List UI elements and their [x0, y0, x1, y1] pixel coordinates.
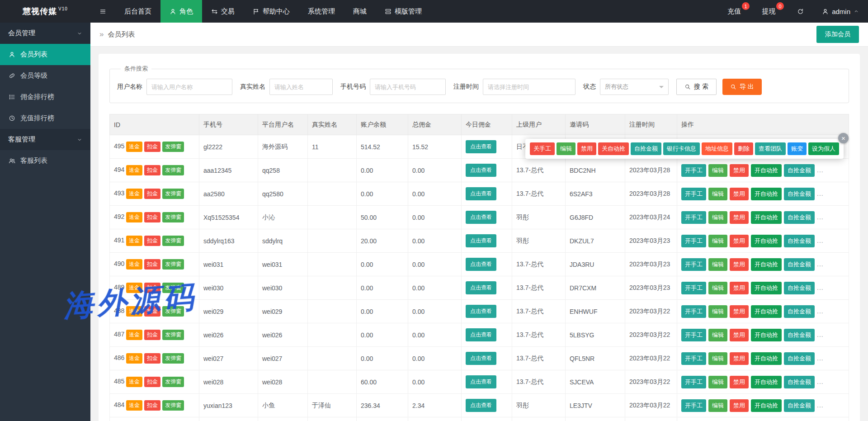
- disable-button[interactable]: 禁用: [730, 258, 749, 271]
- grab-amount-button[interactable]: 自抢金额: [784, 352, 815, 365]
- manual-on-button[interactable]: 开手工: [681, 258, 706, 271]
- send-popup-button[interactable]: 发弹窗: [162, 283, 184, 293]
- view-commission-button[interactable]: 点击查看: [466, 140, 496, 153]
- manual-on-button[interactable]: 开手工: [681, 399, 706, 412]
- deduct-gold-button[interactable]: 扣金: [144, 353, 160, 364]
- send-gold-button[interactable]: 送金: [126, 189, 142, 199]
- manual-on-button[interactable]: 开手工: [681, 352, 706, 365]
- recharge-button[interactable]: 充值 1: [719, 0, 754, 23]
- send-gold-button[interactable]: 送金: [126, 283, 142, 293]
- manual-on-button[interactable]: 开手工: [681, 305, 706, 318]
- deduct-gold-button[interactable]: 扣金: [144, 330, 160, 340]
- send-popup-button[interactable]: 发弹窗: [162, 353, 184, 364]
- more-actions-button[interactable]: ...: [817, 355, 824, 362]
- close-icon[interactable]: ×: [838, 133, 849, 143]
- edit-button[interactable]: 编辑: [708, 329, 727, 341]
- grab-amount-button[interactable]: 自抢金额: [784, 164, 815, 177]
- withdraw-button[interactable]: 提现 0: [754, 0, 788, 23]
- more-actions-button[interactable]: ...: [817, 190, 824, 197]
- edit-button[interactable]: 编辑: [708, 305, 727, 318]
- edit-button[interactable]: 编辑: [708, 164, 727, 177]
- auto-grab-on-button[interactable]: 开自动抢: [751, 211, 782, 224]
- send-gold-button[interactable]: 送金: [126, 377, 142, 387]
- auto-grab-on-button[interactable]: 开自动抢: [751, 352, 782, 365]
- disable-button[interactable]: 禁用: [730, 329, 749, 341]
- grab-amount-button[interactable]: 自抢金额: [631, 142, 661, 155]
- auto-grab-on-button[interactable]: 开自动抢: [751, 305, 782, 318]
- disable-button[interactable]: 禁用: [730, 305, 749, 318]
- set-fake-user-button[interactable]: 设为假人: [808, 142, 839, 155]
- send-gold-button[interactable]: 送金: [126, 400, 142, 411]
- more-actions-button[interactable]: ...: [817, 307, 824, 315]
- view-commission-button[interactable]: 点击查看: [466, 211, 496, 224]
- manual-on-button[interactable]: 开手工: [681, 211, 706, 224]
- disable-button[interactable]: 禁用: [730, 282, 749, 294]
- disable-button[interactable]: 禁用: [577, 142, 596, 155]
- nav-item-mall[interactable]: 商城: [344, 0, 376, 23]
- view-commission-button[interactable]: 点击查看: [466, 187, 496, 200]
- edit-button[interactable]: 编辑: [708, 399, 727, 412]
- auto-grab-on-button[interactable]: 开自动抢: [751, 376, 782, 388]
- auto-grab-on-button[interactable]: 开自动抢: [751, 282, 782, 294]
- search-button[interactable]: 搜 索: [676, 79, 717, 95]
- send-gold-button[interactable]: 送金: [126, 236, 142, 246]
- view-commission-button[interactable]: 点击查看: [466, 399, 496, 412]
- deduct-gold-button[interactable]: 扣金: [144, 142, 160, 152]
- disable-button[interactable]: 禁用: [730, 188, 749, 200]
- deduct-gold-button[interactable]: 扣金: [144, 259, 160, 270]
- more-actions-button[interactable]: ...: [817, 378, 824, 385]
- deduct-gold-button[interactable]: 扣金: [144, 306, 160, 317]
- nav-item-help-center[interactable]: 帮助中心: [244, 0, 299, 23]
- view-commission-button[interactable]: 点击查看: [466, 375, 496, 388]
- sidebar-toggle-button[interactable]: [90, 0, 115, 23]
- phone-input[interactable]: [370, 79, 446, 95]
- grab-amount-button[interactable]: 自抢金额: [784, 282, 815, 294]
- edit-button[interactable]: 编辑: [557, 142, 576, 155]
- grab-amount-button[interactable]: 自抢金额: [784, 258, 815, 271]
- more-actions-button[interactable]: ...: [817, 402, 824, 409]
- manual-on-button[interactable]: 开手工: [681, 329, 706, 341]
- sidebar-group-member-mgmt[interactable]: 会员管理: [0, 23, 90, 44]
- edit-button[interactable]: 编辑: [708, 188, 727, 200]
- deduct-gold-button[interactable]: 扣金: [144, 400, 160, 411]
- username-input[interactable]: [146, 79, 232, 95]
- send-popup-button[interactable]: 发弹窗: [162, 330, 184, 340]
- grab-amount-button[interactable]: 自抢金额: [784, 329, 815, 341]
- manual-on-button[interactable]: 开手工: [681, 376, 706, 388]
- send-gold-button[interactable]: 送金: [126, 330, 142, 340]
- nav-item-template[interactable]: 模版管理: [376, 0, 431, 23]
- auto-grab-on-button[interactable]: 开自动抢: [751, 188, 782, 200]
- status-select[interactable]: 所有状态: [600, 79, 669, 95]
- disable-button[interactable]: 禁用: [730, 352, 749, 365]
- more-actions-button[interactable]: ...: [817, 166, 824, 174]
- deduct-gold-button[interactable]: 扣金: [144, 212, 160, 222]
- sidebar-item-member-level[interactable]: 会员等级: [0, 65, 90, 86]
- auto-grab-on-button[interactable]: 开自动抢: [751, 235, 782, 247]
- manual-on-button[interactable]: 开手工: [681, 282, 706, 294]
- send-popup-button[interactable]: 发弹窗: [162, 306, 184, 317]
- sidebar-item-member-list[interactable]: 会员列表: [0, 44, 90, 65]
- export-button[interactable]: 导 出: [722, 79, 762, 95]
- view-commission-button[interactable]: 点击查看: [466, 281, 496, 294]
- more-actions-button[interactable]: ...: [817, 237, 824, 244]
- edit-button[interactable]: 编辑: [708, 235, 727, 247]
- realname-input[interactable]: [269, 79, 333, 95]
- add-member-button[interactable]: 添加会员: [816, 26, 859, 43]
- manual-off-button[interactable]: 关手工: [530, 142, 555, 155]
- edit-button[interactable]: 编辑: [708, 211, 727, 224]
- delete-button[interactable]: 删除: [734, 142, 753, 155]
- disable-button[interactable]: 禁用: [730, 376, 749, 388]
- more-actions-button[interactable]: ...: [817, 284, 824, 291]
- view-team-button[interactable]: 查看团队: [755, 142, 786, 155]
- send-gold-button[interactable]: 送金: [126, 212, 142, 222]
- manual-on-button[interactable]: 开手工: [681, 235, 706, 247]
- nav-item-home[interactable]: 后台首页: [115, 0, 160, 23]
- deduct-gold-button[interactable]: 扣金: [144, 189, 160, 199]
- nav-item-system[interactable]: 系统管理: [299, 0, 344, 23]
- edit-button[interactable]: 编辑: [708, 352, 727, 365]
- refresh-button[interactable]: [788, 0, 813, 23]
- disable-button[interactable]: 禁用: [730, 399, 749, 412]
- grab-amount-button[interactable]: 自抢金额: [784, 235, 815, 247]
- send-gold-button[interactable]: 送金: [126, 142, 142, 152]
- bank-card-info-button[interactable]: 银行卡信息: [663, 142, 700, 155]
